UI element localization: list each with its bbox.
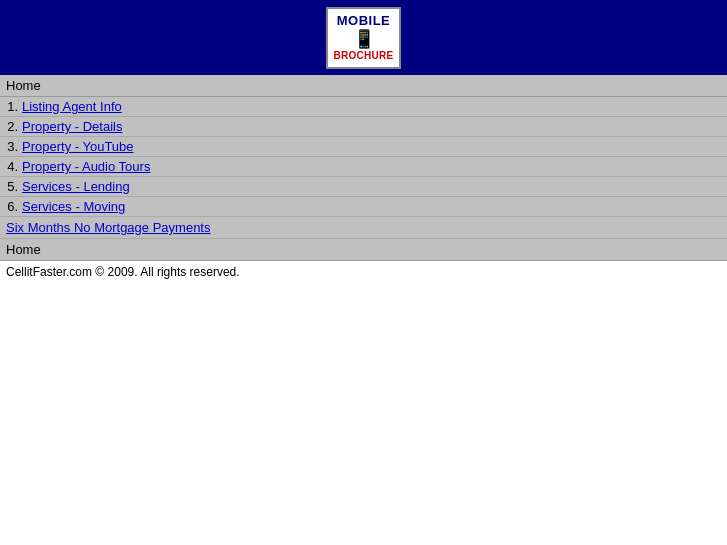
menu-item-link[interactable]: Listing Agent Info [22, 99, 122, 114]
menu-item-link[interactable]: Services - Lending [22, 179, 130, 194]
footer-home-label: Home [6, 242, 41, 257]
menu-item-row: 1.Listing Agent Info [0, 97, 727, 117]
menu-item-row: 5.Services - Lending [0, 177, 727, 197]
home-top-label: Home [6, 78, 41, 93]
logo-brochure-text: BROCHURE [333, 50, 393, 61]
copyright: CellitFaster.com © 2009. All rights rese… [0, 261, 727, 283]
menu-item-num: 5. [0, 179, 22, 194]
menu-item-num: 1. [0, 99, 22, 114]
menu-item-link[interactable]: Property - YouTube [22, 139, 134, 154]
menu-item-row: 2.Property - Details [0, 117, 727, 137]
menu-item-link[interactable]: Property - Audio Tours [22, 159, 150, 174]
menu-item-link[interactable]: Services - Moving [22, 199, 125, 214]
menu-item-row: 4.Property - Audio Tours [0, 157, 727, 177]
menu-item-num: 6. [0, 199, 22, 214]
menu-item-row: 6.Services - Moving [0, 197, 727, 217]
menu-item-link[interactable]: Property - Details [22, 119, 122, 134]
special-link[interactable]: Six Months No Mortgage Payments [6, 220, 210, 235]
menu-item-row: 3.Property - YouTube [0, 137, 727, 157]
menu-item-num: 4. [0, 159, 22, 174]
nav: Home 1.Listing Agent Info2.Property - De… [0, 75, 727, 283]
home-top-row: Home [0, 75, 727, 97]
menu-item-num: 2. [0, 119, 22, 134]
menu-list: 1.Listing Agent Info2.Property - Details… [0, 97, 727, 217]
logo-mobile-text: MOBILE [337, 14, 391, 28]
header: MOBILE 📱 BROCHURE [0, 0, 727, 75]
special-row[interactable]: Six Months No Mortgage Payments [0, 217, 727, 239]
footer-home-row: Home [0, 239, 727, 261]
logo-icon: 📱 [353, 28, 375, 50]
menu-item-num: 3. [0, 139, 22, 154]
logo: MOBILE 📱 BROCHURE [326, 7, 401, 69]
copyright-text: CellitFaster.com © 2009. All rights rese… [6, 265, 240, 279]
